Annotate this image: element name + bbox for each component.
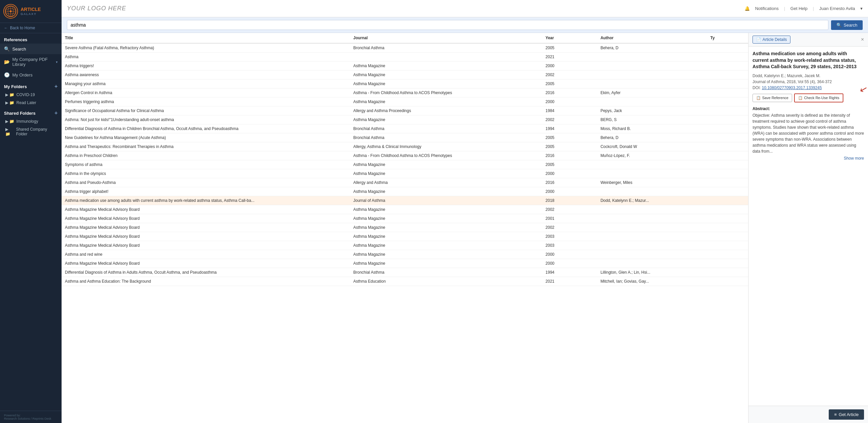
table-row[interactable]: Asthma Magazine Medical Advisory BoardAs… [62,214,748,223]
notifications-link[interactable]: Notifications [755,6,779,11]
cell-type [707,116,748,124]
cell-type [707,133,748,142]
table-row[interactable]: Asthma awarenessAsthma Magazine2002 [62,70,748,79]
get-article-button[interactable]: ≡ Get Article [829,410,864,420]
cell-journal: Asthma Magazine [350,79,542,89]
table-row[interactable]: Asthma triggers!Asthma Magazine2000 [62,62,748,70]
cell-type [707,43,748,53]
back-to-home[interactable]: ← Back to Home [0,23,62,33]
table-row[interactable]: Asthma Magazine Medical Advisory BoardAs… [62,223,748,232]
detail-doi: DOI: 10.1080/02770903.2017.1339245 [752,86,864,90]
table-row[interactable]: New Guidelines for Asthma Management (Ac… [62,133,748,142]
cell-journal: Asthma Magazine [350,232,542,241]
table-row[interactable]: Asthma: Not just for kids!"1Understandin… [62,116,748,124]
cell-type [707,268,748,277]
table-row[interactable]: Asthma and Pseudo-AsthmaAllergy and Asth… [62,178,748,187]
table-row[interactable]: Perfumes triggering asthmaAsthma Magazin… [62,97,748,106]
detail-body: Asthma medication use among adults with … [748,46,868,406]
tab-article-details[interactable]: 📄 Article Details [752,36,790,43]
doi-link[interactable]: 10.1080/02770903.2017.1339245 [762,86,822,90]
cell-title: Asthma and red wine [62,250,350,259]
sidebar-folder-shared-company[interactable]: ▶ 📁 Shared Company Folder [0,125,62,138]
cell-title: Asthma Magazine Medical Advisory Board [62,223,350,232]
detail-close-button[interactable]: × [861,37,864,42]
detail-actions: 📋 Save Reference 📋 Check Re-Use Rights ↙ [752,93,864,102]
results-panel[interactable]: Title Journal Year Author Ty Severe Asth… [62,33,748,423]
table-row[interactable]: Differential Diagnosis of Asthma in Chil… [62,124,748,133]
get-help-link[interactable]: Get Help [790,6,807,11]
cell-type [707,79,748,89]
table-row[interactable]: Asthma in the olympicsAsthma Magazine200… [62,169,748,178]
brand-sub: GALAXY [21,12,41,15]
shared-folder-icon: ▶ 📁 [5,119,14,124]
table-row[interactable]: Asthma in Preschool ChildrenAsthma - Fro… [62,151,748,160]
cell-year: 1984 [542,106,597,116]
cell-journal: Bronchial Asthma [350,124,542,133]
add-folder-button[interactable]: + [55,84,58,90]
sidebar-item-pdf-library[interactable]: 📂 My Company PDF Library ▾ [0,54,62,69]
cell-type [707,142,748,151]
abstract-text: Objective: Asthma severity is defined as… [752,112,864,154]
cell-title: Significance of Occupational Asthma for … [62,106,350,116]
cell-year: 1994 [542,124,597,133]
table-row[interactable]: Asthma Magazine Medical Advisory BoardAs… [62,259,748,268]
table-row[interactable]: Asthma Magazine Medical Advisory BoardAs… [62,205,748,214]
cell-title: Asthma in the olympics [62,169,350,178]
cell-type [707,223,748,232]
cell-author [597,250,707,259]
cell-year: 2002 [542,70,597,79]
show-more-link[interactable]: Show more [844,156,864,161]
search-input[interactable] [67,20,828,30]
table-row[interactable]: Asthma Magazine Medical Advisory BoardAs… [62,232,748,241]
cell-author [597,53,707,62]
sidebar-folder-covid[interactable]: ▶ 📁 COVID-19 [0,91,62,99]
sidebar-folder-read-later[interactable]: ▶ 📁 Read Later [0,99,62,107]
check-reuse-rights-button[interactable]: 📋 Check Re-Use Rights [794,93,843,102]
save-reference-button[interactable]: 📋 Save Reference [752,94,792,102]
cell-title: Asthma and Asthma Education: The Backgro… [62,277,350,286]
sidebar-item-search[interactable]: 🔍 Search [0,43,62,54]
add-shared-folder-button[interactable]: + [55,110,58,116]
search-button[interactable]: 🔍 Search [831,20,863,30]
cell-year: 2003 [542,232,597,241]
detail-footer: ≡ Get Article [748,406,868,423]
company-logo-placeholder: YOUR LOGO HERE [67,5,126,12]
table-row[interactable]: Severe Asthma (Fatal Asthma, Refractory … [62,43,748,53]
table-row[interactable]: Significance of Occupational Asthma for … [62,106,748,116]
cell-author: Lillington, Glen A.; Lin, Hsi... [597,268,707,277]
user-menu[interactable]: Juan Ernesto Avila [819,6,855,11]
folder-shared-company-label: Shared Company Folder [16,127,58,136]
reuse-icon: 📋 [798,96,803,100]
cell-title: Asthma and Therapeutics: Recombinant The… [62,142,350,151]
sidebar-folder-immunology[interactable]: ▶ 📁 Immunology [0,118,62,125]
cell-journal: Asthma Magazine [350,169,542,178]
table-row[interactable]: Asthma Magazine Medical Advisory BoardAs… [62,241,748,250]
cell-journal: Asthma Magazine [350,97,542,106]
content-area: Title Journal Year Author Ty Severe Asth… [62,33,868,423]
cell-year: 2005 [542,142,597,151]
table-row[interactable]: Allergen Control in AsthmaAsthma - From … [62,89,748,97]
table-row[interactable]: Asthma and Therapeutics: Recombinant The… [62,142,748,151]
references-section-title: References [0,33,62,43]
table-row[interactable]: Differential Diagnosis of Asthma in Adul… [62,268,748,277]
cell-type [707,53,748,62]
shared-folders-section: Shared Folders + [0,107,62,118]
sidebar-item-orders[interactable]: 🕐 My Orders [0,69,62,80]
topbar: YOUR LOGO HERE 🔔 Notifications | Get Hel… [62,0,868,17]
table-row[interactable]: Managing your asthmaAsthma Magazine2005 [62,79,748,89]
cell-title: Asthma in Preschool Children [62,151,350,160]
table-row[interactable]: Asthma2021 [62,53,748,62]
table-row[interactable]: Asthma and Asthma Education: The Backgro… [62,277,748,286]
search-bar: 🔍 Search [62,17,868,33]
cell-type [707,160,748,169]
table-row[interactable]: Asthma trigger alphabet!Asthma Magazine2… [62,187,748,196]
cell-journal: Asthma Magazine [350,241,542,250]
table-row[interactable]: Asthma and red wineAsthma Magazine2000 [62,250,748,259]
table-row[interactable]: Symptoms of asthmaAsthma Magazine2005 [62,160,748,169]
abstract-label: Abstract: [752,106,864,111]
cell-author [597,62,707,70]
back-arrow-icon: ← [4,26,8,30]
cell-year: 2000 [542,259,597,268]
cell-journal: Asthma Magazine [350,70,542,79]
table-row[interactable]: Asthma medication use among adults with … [62,196,748,205]
